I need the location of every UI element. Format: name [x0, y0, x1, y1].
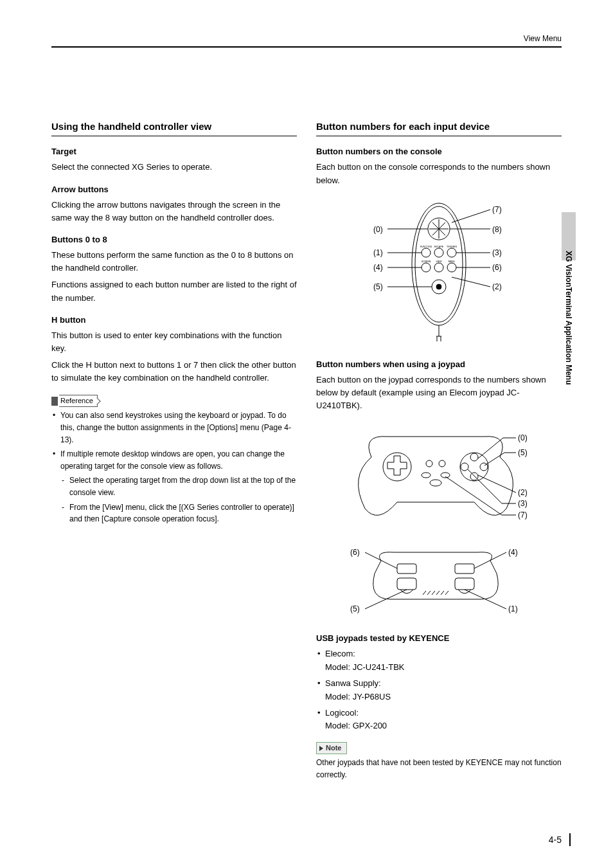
console-btn-function: FUNCTION — [420, 246, 432, 248]
svg-point-28 — [461, 463, 468, 471]
svg-point-14 — [436, 284, 441, 289]
usb-item: Elecom: Model: JC-U241-TBK — [316, 647, 562, 674]
console-heading: Button numbers on the console — [316, 145, 562, 158]
joypad-side-label-1: (1) — [508, 604, 518, 613]
usb-brand: Logicool: — [325, 708, 359, 718]
buttons08-text1: These buttons perform the same function … — [51, 249, 297, 275]
console-btn-view: VIEW — [436, 260, 443, 263]
svg-line-40 — [468, 469, 502, 503]
svg-point-11 — [434, 263, 443, 272]
console-btn-menu: MENU — [449, 260, 456, 263]
usb-brand: Sanwa Supply: — [325, 678, 381, 688]
usb-item: Sanwa Supply: Model: JY-P68US — [316, 677, 562, 704]
hbutton-heading: H button — [51, 314, 297, 327]
left-heading: Using the handheld controller view — [51, 119, 297, 136]
reference-subitem: Select the operating target from the dro… — [60, 475, 297, 498]
target-text: Select the connected XG Series to operat… — [51, 161, 297, 174]
console-label-5: (5) — [373, 282, 383, 291]
target-heading: Target — [51, 145, 297, 158]
right-column: Button numbers for each input device But… — [316, 119, 562, 784]
usb-list: Elecom: Model: JC-U241-TBK Sanwa Supply:… — [316, 647, 562, 733]
console-btn-escape: ESCAPE — [434, 246, 444, 248]
buttons08-text2: Functions assigned to each button number… — [51, 278, 297, 304]
console-btn-screen: SCREEN — [422, 260, 431, 263]
svg-point-7 — [422, 248, 431, 257]
joypad-side-label-6: (6) — [350, 548, 360, 557]
svg-point-9 — [447, 248, 456, 257]
joypad-top-diagram: (0) (5) (2) (3) (7) — [336, 419, 542, 528]
reference-item: If multiple remote desktop windows are o… — [51, 448, 297, 525]
svg-line-19 — [452, 210, 490, 222]
usb-brand: Elecom: — [325, 649, 355, 658]
svg-point-25 — [460, 453, 488, 481]
joypad-top-label-7: (7) — [518, 511, 528, 520]
console-btn-trigger: TRIGGER — [447, 246, 457, 248]
usb-heading: USB joypads tested by KEYENCE — [316, 632, 562, 645]
joypad-top-label-2: (2) — [518, 488, 528, 497]
arrow-text: Clicking the arrow buttons navigates thr… — [51, 199, 297, 224]
svg-point-30 — [426, 460, 432, 467]
svg-line-35 — [478, 438, 503, 458]
console-text: Each button on the console corresponds t… — [316, 161, 562, 186]
svg-point-10 — [422, 263, 431, 272]
page-number: 4-5 — [549, 835, 562, 845]
note-triangle-icon — [319, 746, 323, 751]
joypad-top-label-3: (3) — [518, 499, 528, 508]
usb-item: Logicool: Model: GPX-200 — [316, 707, 562, 734]
console-label-3: (3) — [492, 248, 502, 257]
arrow-heading: Arrow buttons — [51, 183, 297, 196]
note-label: Note — [326, 743, 341, 754]
right-heading: Button numbers for each input device — [316, 119, 562, 136]
console-label-4: (4) — [373, 263, 383, 272]
page-number-bar — [569, 833, 571, 846]
console-label-7: (7) — [492, 205, 502, 214]
console-label-8: (8) — [492, 225, 502, 234]
header-label: View Menu — [524, 34, 562, 43]
reference-list: You can also send keystrokes using the k… — [51, 410, 297, 525]
svg-line-54 — [365, 552, 397, 568]
svg-line-50 — [432, 591, 435, 595]
joypad-heading: Button numbers when using a joypad — [316, 358, 562, 371]
reference-label: Reference — [59, 395, 98, 407]
console-diagram: (0) (1) (4) (5) (7) (8) (3) (6) (2) FUNC… — [342, 194, 535, 348]
svg-line-52 — [441, 591, 444, 595]
joypad-text: Each button on the joypad corresponds to… — [316, 374, 562, 412]
usb-model: Model: GPX-200 — [325, 721, 387, 730]
hbutton-text2: Click the H button next to buttons 1 or … — [51, 359, 297, 384]
console-label-1: (1) — [373, 248, 383, 257]
svg-line-55 — [474, 552, 506, 568]
svg-point-32 — [422, 473, 431, 478]
hbutton-text1: This button is used to enter key combina… — [51, 329, 297, 355]
svg-line-51 — [436, 591, 440, 595]
svg-line-37 — [484, 453, 504, 466]
svg-line-23 — [452, 277, 490, 287]
console-label-2: (2) — [492, 282, 502, 291]
svg-rect-44 — [397, 564, 416, 574]
svg-line-48 — [423, 591, 426, 595]
svg-rect-46 — [397, 578, 416, 590]
svg-point-27 — [470, 473, 478, 480]
svg-point-31 — [439, 460, 445, 467]
reference-item: You can also send keystrokes using the k… — [51, 410, 297, 446]
svg-point-26 — [470, 453, 478, 461]
svg-line-49 — [427, 591, 431, 595]
svg-rect-47 — [455, 578, 474, 590]
console-label-6: (6) — [492, 263, 502, 272]
svg-line-53 — [445, 591, 449, 595]
note-text: Other joypads that have not been tested … — [316, 757, 562, 781]
joypad-side-label-4: (4) — [508, 548, 518, 557]
note-badge: Note — [316, 742, 347, 754]
svg-point-12 — [447, 263, 456, 272]
buttons08-heading: Buttons 0 to 8 — [51, 233, 297, 246]
svg-point-34 — [430, 480, 441, 486]
svg-rect-45 — [455, 564, 474, 574]
svg-point-8 — [434, 248, 443, 257]
left-column: Using the handheld controller view Targe… — [51, 119, 297, 784]
svg-line-39 — [478, 475, 516, 493]
console-label-0: (0) — [373, 225, 383, 234]
svg-point-33 — [441, 473, 450, 478]
joypad-top-label-5: (5) — [518, 448, 528, 457]
reference-subitem: From the [View] menu, click the [(XG Ser… — [60, 502, 297, 525]
reference-badge: Reference — [51, 395, 98, 407]
side-tab: XG VisionTerminal Application Menu — [562, 212, 576, 405]
